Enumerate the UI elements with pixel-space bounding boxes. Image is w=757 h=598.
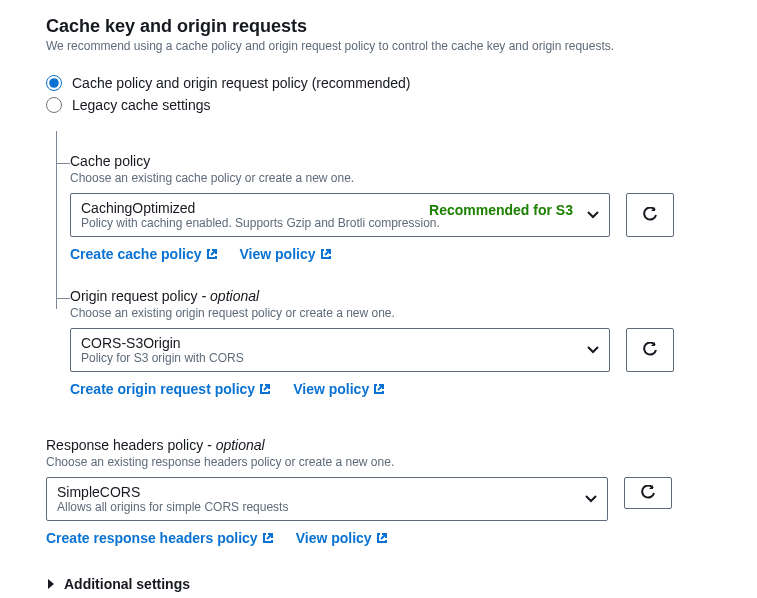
cache-policy-select[interactable]: CachingOptimized Policy with caching ena… [70,193,610,237]
caret-down-icon [587,211,599,219]
response-headers-policy-hint: Choose an existing response headers poli… [46,455,711,469]
view-origin-request-policy-link[interactable]: View policy [293,381,385,397]
response-headers-policy-select[interactable]: SimpleCORS Allows all origins for simple… [46,477,608,521]
link-label: View policy [240,246,316,262]
create-response-headers-policy-link[interactable]: Create response headers policy [46,530,274,546]
response-headers-policy-refresh-button[interactable] [624,477,672,509]
link-label: View policy [296,530,372,546]
chevron-right-icon [46,578,56,590]
external-link-icon [373,383,385,395]
response-headers-policy-label-text: Response headers policy [46,437,203,453]
view-response-headers-policy-link[interactable]: View policy [296,530,388,546]
optional-suffix: - optional [203,437,264,453]
create-cache-policy-link[interactable]: Create cache policy [70,246,218,262]
refresh-icon [642,342,658,358]
external-link-icon [259,383,271,395]
origin-request-policy-hint: Choose an existing origin request policy… [70,306,711,320]
additional-settings-toggle[interactable]: Additional settings [46,576,711,592]
external-link-icon [206,248,218,260]
optional-suffix: - optional [198,288,259,304]
origin-request-policy-select-sub: Policy for S3 origin with CORS [81,351,573,365]
external-link-icon [376,532,388,544]
cache-policy-select-sub: Policy with caching enabled. Supports Gz… [81,216,573,230]
origin-request-policy-section: Origin request policy - optional Choose … [70,288,711,397]
response-headers-policy-section: Response headers policy - optional Choos… [46,437,711,546]
origin-request-policy-select[interactable]: CORS-S3Origin Policy for S3 origin with … [70,328,610,372]
refresh-icon [640,485,656,501]
origin-request-policy-label-text: Origin request policy [70,288,198,304]
radio-legacy-label: Legacy cache settings [72,97,211,113]
link-label: View policy [293,381,369,397]
origin-request-policy-select-title: CORS-S3Origin [81,335,573,351]
caret-down-icon [587,346,599,354]
policy-tree: Cache policy Choose an existing cache po… [46,131,711,397]
external-link-icon [262,532,274,544]
radio-legacy[interactable]: Legacy cache settings [46,97,711,113]
radio-recommended-label: Cache policy and origin request policy (… [72,75,411,91]
caret-down-icon [585,495,597,503]
cache-policy-section: Cache policy Choose an existing cache po… [70,131,711,262]
origin-request-policy-label: Origin request policy - optional [70,288,711,304]
refresh-icon [642,207,658,223]
radio-legacy-input[interactable] [46,97,62,113]
radio-recommended[interactable]: Cache policy and origin request policy (… [46,75,711,91]
link-label: Create cache policy [70,246,202,262]
additional-settings-label: Additional settings [64,576,190,592]
create-origin-request-policy-link[interactable]: Create origin request policy [70,381,271,397]
external-link-icon [320,248,332,260]
link-label: Create response headers policy [46,530,258,546]
section-subtitle: We recommend using a cache policy and or… [46,39,711,53]
section-title: Cache key and origin requests [46,16,711,37]
view-cache-policy-link[interactable]: View policy [240,246,332,262]
cache-policy-refresh-button[interactable] [626,193,674,237]
cache-policy-label: Cache policy [70,153,711,169]
radio-recommended-input[interactable] [46,75,62,91]
origin-request-policy-refresh-button[interactable] [626,328,674,372]
response-headers-policy-select-title: SimpleCORS [57,484,571,500]
response-headers-policy-label: Response headers policy - optional [46,437,711,453]
response-headers-policy-select-sub: Allows all origins for simple CORS reque… [57,500,571,514]
cache-policy-badge: Recommended for S3 [429,202,573,218]
link-label: Create origin request policy [70,381,255,397]
cache-policy-hint: Choose an existing cache policy or creat… [70,171,711,185]
